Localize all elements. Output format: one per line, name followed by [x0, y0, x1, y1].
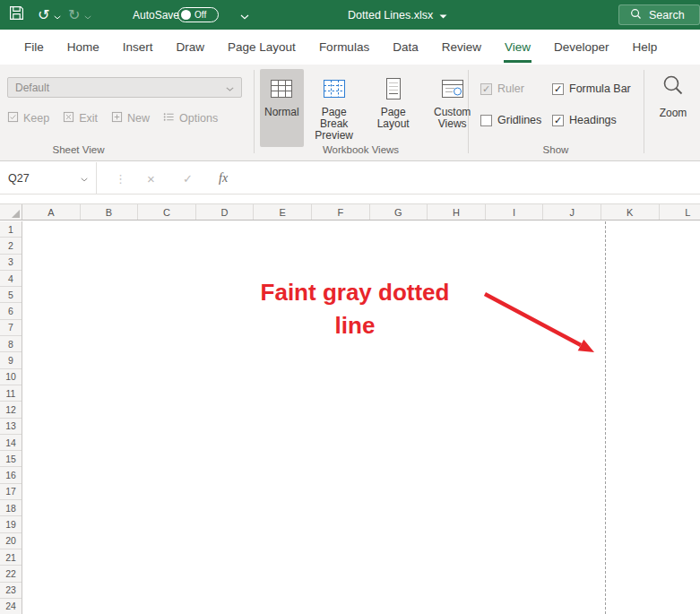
search-box[interactable]: Search	[618, 4, 700, 25]
row-header-column: 123456789101112131415161718192021222324	[0, 221, 22, 614]
quick-access-chevron-button[interactable]	[240, 0, 249, 30]
column-header-e[interactable]: E	[254, 204, 312, 220]
toggle-knob	[181, 10, 191, 20]
view-normal-button[interactable]: Normal	[260, 69, 304, 147]
row-header-4[interactable]: 4	[0, 271, 22, 287]
row-header-8[interactable]: 8	[0, 336, 22, 352]
tab-page-layout[interactable]: Page Layout	[216, 30, 307, 65]
checkbox-box[interactable]	[480, 115, 492, 126]
sheet-view-dropdown-value: Default	[15, 82, 49, 94]
row-header-13[interactable]: 13	[0, 419, 22, 435]
row-header-15[interactable]: 15	[0, 451, 22, 467]
column-header-b[interactable]: B	[81, 204, 139, 220]
cancel-button: ×	[147, 162, 155, 195]
select-all-corner[interactable]	[0, 204, 22, 220]
name-box[interactable]: Q27	[0, 162, 97, 194]
title-caret-icon[interactable]	[439, 9, 447, 22]
chevron-down-icon	[84, 7, 91, 23]
row-header-24[interactable]: 24	[0, 599, 22, 614]
column-header-k[interactable]: K	[601, 204, 660, 220]
row-header-3[interactable]: 3	[0, 255, 22, 271]
zoom-button[interactable]: Zoom	[652, 74, 694, 119]
show-group-label: Show	[468, 144, 644, 155]
row-header-6[interactable]: 6	[0, 303, 22, 319]
row-header-2[interactable]: 2	[0, 238, 22, 254]
row-header-17[interactable]: 17	[0, 484, 22, 500]
row-header-19[interactable]: 19	[0, 516, 22, 532]
row-header-22[interactable]: 22	[0, 566, 22, 582]
tab-help[interactable]: Help	[621, 30, 670, 65]
gridlines-checkbox[interactable]: Gridlines	[480, 114, 552, 126]
insert-function-button[interactable]: fx	[219, 162, 228, 195]
row-header-12[interactable]: 12	[0, 402, 22, 418]
document-title-area: Dotted Lines.xlsx	[348, 0, 447, 30]
show-checkboxes: ✓Ruler✓Formula BarGridlines✓Headings	[480, 82, 631, 126]
enter-button: ✓	[183, 162, 193, 195]
exit-icon	[63, 111, 74, 125]
column-header-a[interactable]: A	[22, 204, 81, 220]
view-page-layout-button[interactable]: Page Layout	[365, 69, 422, 147]
view-custom-views-button[interactable]: Custom Views	[424, 69, 481, 147]
checkbox-box[interactable]: ✓	[552, 115, 564, 126]
sheet-view-options-button: Options	[163, 111, 218, 125]
row-header-10[interactable]: 10	[0, 369, 22, 385]
column-header-d[interactable]: D	[196, 204, 255, 220]
tab-review[interactable]: Review	[430, 30, 493, 65]
row-header-9[interactable]: 9	[0, 352, 22, 368]
row-header-23[interactable]: 23	[0, 583, 22, 599]
zoom-icon	[661, 74, 686, 100]
excel-window: ↺ ↻ AutoSave Off Dotted Lines.xlsx Searc…	[0, 0, 700, 614]
tab-home[interactable]: Home	[56, 30, 111, 65]
tab-developer[interactable]: Developer	[542, 30, 621, 65]
undo-dropdown[interactable]	[54, 0, 61, 30]
options-icon	[163, 111, 175, 125]
tab-insert[interactable]: Insert	[111, 30, 165, 65]
tab-draw[interactable]: Draw	[165, 30, 217, 65]
row-header-16[interactable]: 16	[0, 467, 22, 483]
row-header-14[interactable]: 14	[0, 435, 22, 451]
formula-bar-checkbox[interactable]: ✓Formula Bar	[552, 82, 631, 95]
undo-button[interactable]: ↺	[38, 0, 49, 30]
row-header-11[interactable]: 11	[0, 385, 22, 402]
column-header-l[interactable]: L	[660, 204, 700, 220]
workbook-views-group-label: Workbook Views	[254, 144, 468, 155]
formula-input[interactable]	[253, 162, 700, 194]
row-header-1[interactable]: 1	[0, 221, 22, 238]
autosave-toggle[interactable]: Off	[177, 7, 219, 22]
zoom-button-label: Zoom	[660, 107, 687, 119]
tab-file[interactable]: File	[13, 30, 56, 65]
name-box-value: Q27	[8, 172, 30, 185]
checkbox-box[interactable]: ✓	[552, 83, 564, 95]
headings-checkbox[interactable]: ✓Headings	[552, 114, 631, 126]
button-label: Options	[179, 112, 218, 125]
row-header-5[interactable]: 5	[0, 287, 22, 303]
row-header-20[interactable]: 20	[0, 533, 22, 549]
checkbox-label: Headings	[569, 114, 617, 126]
tab-formulas[interactable]: Formulas	[307, 30, 381, 65]
column-header-h[interactable]: H	[428, 204, 486, 220]
tab-view[interactable]: View	[493, 30, 542, 65]
row-header-7[interactable]: 7	[0, 320, 22, 336]
column-header-j[interactable]: J	[543, 204, 601, 220]
sheet-view-group-label: Sheet View	[0, 144, 157, 155]
undo-icon: ↺	[38, 6, 49, 23]
column-header-i[interactable]: I	[486, 204, 544, 220]
row-header-18[interactable]: 18	[0, 500, 22, 516]
column-header-g[interactable]: G	[370, 204, 428, 220]
search-label: Search	[649, 9, 685, 22]
save-button[interactable]	[9, 0, 24, 30]
row-header-21[interactable]: 21	[0, 549, 22, 566]
chevron-down-icon	[240, 7, 249, 23]
checkbox-label: Formula Bar	[569, 82, 631, 95]
sheet-view-dropdown: Default	[7, 77, 242, 98]
column-header-row: ABCDEFGHIJKL	[0, 203, 700, 221]
column-header-f[interactable]: F	[312, 204, 370, 220]
tab-data[interactable]: Data	[381, 30, 430, 65]
document-title: Dotted Lines.xlsx	[348, 9, 433, 22]
keep-icon	[7, 111, 19, 125]
checkbox-box: ✓	[480, 83, 492, 95]
chevron-down-icon[interactable]	[81, 172, 88, 185]
checkbox-label: Ruler	[497, 82, 524, 95]
view-page-break-preview-button[interactable]: Page Break Preview	[306, 69, 363, 147]
column-header-c[interactable]: C	[138, 204, 196, 220]
